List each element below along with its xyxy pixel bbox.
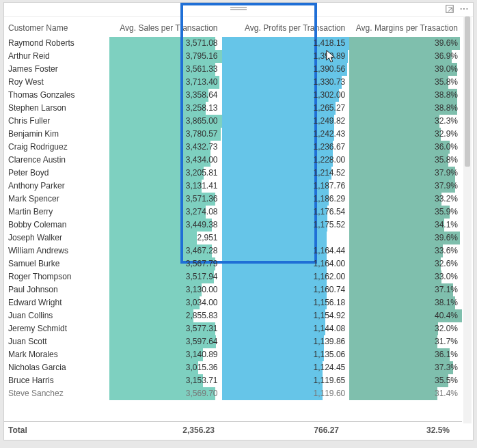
profits-cell: 1,302.00: [222, 89, 350, 102]
margins-cell: 36.0%: [349, 141, 462, 154]
customer-name-cell: Joseph Walker: [4, 232, 109, 244]
table-row[interactable]: Edward Wright3,034.001,156.1838.1%: [4, 296, 462, 309]
customer-name-cell: James Foster: [4, 63, 109, 76]
drag-grip-icon[interactable]: [230, 7, 247, 8]
profits-cell: 1,156.18: [222, 296, 350, 309]
table-row[interactable]: Arthur Reid3,795.161,399.8936.9%: [4, 50, 462, 63]
table-row[interactable]: Nicholas Garcia3,015.361,124.4537.3%: [4, 361, 462, 374]
table-row[interactable]: Roger Thompson3,517.941,162.0033.0%: [4, 270, 462, 283]
table-row[interactable]: James Foster3,561.331,390.5639.0%: [4, 63, 462, 76]
profits-cell: [222, 232, 350, 244]
total-margins: 32.5%: [343, 425, 454, 435]
sales-cell: 3,131.41: [109, 180, 222, 193]
sales-cell: 2,951: [109, 232, 222, 244]
table-row[interactable]: Juan Scott3,597.641,139.8631.7%: [4, 335, 462, 348]
customer-name-cell: William Andrews: [4, 244, 109, 257]
sales-cell: 3,130.00: [109, 283, 222, 296]
column-header-margins[interactable]: Avg. Margins per Trasaction: [349, 16, 462, 37]
margins-cell: 35.8%: [349, 154, 462, 167]
table-row[interactable]: Craig Rodriguez3,432.731,236.6736.0%: [4, 141, 462, 154]
sales-cell: 3,015.36: [109, 361, 222, 374]
table-row[interactable]: Raymond Roberts3,571.081,418.1539.6%: [4, 37, 462, 50]
profits-cell: 1,390.56: [222, 63, 350, 76]
table-row[interactable]: Peter Boyd3,205.811,214.5237.9%: [4, 167, 462, 180]
table-row[interactable]: William Andrews3,467.281,164.4433.6%: [4, 244, 462, 257]
sales-cell: 2,855.83: [109, 309, 222, 322]
customer-name-cell: Roy West: [4, 76, 109, 89]
column-header-sales[interactable]: Avg. Sales per Transaction: [109, 16, 222, 37]
table-row[interactable]: Clarence Austin3,434.001,228.0035.8%: [4, 154, 462, 167]
customer-name-cell: Edward Wright: [4, 296, 109, 309]
scroll-thumb[interactable]: [465, 16, 470, 167]
table-row[interactable]: Martin Berry3,274.081,176.5435.9%: [4, 206, 462, 219]
profits-cell: 1,228.00: [222, 154, 350, 167]
margins-cell: 40.4%: [349, 309, 462, 322]
table-row[interactable]: Chris Fuller3,865.001,249.8232.3%: [4, 115, 462, 128]
margins-cell: 36.9%: [349, 50, 462, 63]
table-visual: ··· Customer Name Avg. Sales per Transac…: [4, 3, 473, 440]
customer-name-cell: Bobby Coleman: [4, 219, 109, 232]
table-row[interactable]: Roy West3,713.401,330.7335.8%: [4, 76, 462, 89]
customer-name-cell: Roger Thompson: [4, 270, 109, 283]
table-row[interactable]: Paul Johnson3,130.001,160.7437.1%: [4, 283, 462, 296]
margins-cell: 35.9%: [349, 206, 462, 219]
margins-cell: 39.6%: [349, 232, 462, 244]
table-row[interactable]: Stephen Larson3,258.131,265.2738.8%: [4, 102, 462, 115]
margins-cell: 35.5%: [349, 374, 462, 387]
margins-cell: 31.4%: [349, 387, 462, 400]
sales-cell: 3,571.36: [109, 193, 222, 206]
table-row[interactable]: Anthony Parker3,131.411,187.7637.9%: [4, 180, 462, 193]
profits-cell: 1,187.76: [222, 180, 350, 193]
profits-cell: 1,236.67: [222, 141, 350, 154]
visual-header[interactable]: ···: [4, 3, 473, 17]
customer-name-cell: Raymond Roberts: [4, 37, 109, 50]
margins-cell: 32.0%: [349, 322, 462, 335]
customer-name-cell: Thomas Gonzales: [4, 89, 109, 102]
table-row[interactable]: Jeremy Schmidt3,577.311,144.0832.0%: [4, 322, 462, 335]
table-row[interactable]: Mark Spencer3,571.361,186.2933.2%: [4, 193, 462, 206]
margins-cell: 32.9%: [349, 128, 462, 141]
table-row[interactable]: Bruce Harris3,153.711,119.6535.5%: [4, 374, 462, 387]
table-row[interactable]: Joseph Walker2,95139.6%: [4, 232, 462, 244]
more-options-icon[interactable]: ···: [460, 4, 469, 16]
profits-cell: 1,164.44: [222, 244, 350, 257]
vertical-scrollbar[interactable]: [463, 16, 472, 423]
table-row[interactable]: Thomas Gonzales3,358.641,302.0038.8%: [4, 89, 462, 102]
table-row[interactable]: Steve Sanchez3,569.701,119.6031.4%: [4, 387, 462, 400]
table-row[interactable]: Mark Morales3,140.891,135.0636.1%: [4, 348, 462, 361]
customer-name-cell: Bruce Harris: [4, 374, 109, 387]
customer-name-cell: Nicholas Garcia: [4, 361, 109, 374]
sales-cell: 3,205.81: [109, 167, 222, 180]
customer-name-cell: Mark Morales: [4, 348, 109, 361]
table-row[interactable]: Bobby Coleman3,449.381,175.5234.1%: [4, 219, 462, 232]
margins-cell: 32.3%: [349, 115, 462, 128]
column-header-profits[interactable]: Avg. Profits per Transaction: [222, 16, 350, 37]
sales-cell: 3,258.13: [109, 102, 222, 115]
customer-name-cell: Anthony Parker: [4, 180, 109, 193]
customer-name-cell: Arthur Reid: [4, 50, 109, 63]
customer-name-cell: Stephen Larson: [4, 102, 109, 115]
focus-mode-icon[interactable]: [445, 4, 454, 16]
margins-cell: 38.8%: [349, 89, 462, 102]
sales-cell: 3,865.00: [109, 115, 222, 128]
table-header-row: Customer Name Avg. Sales per Transaction…: [4, 16, 462, 37]
customer-name-cell: Samuel Burke: [4, 257, 109, 270]
customer-name-cell: Peter Boyd: [4, 167, 109, 180]
margins-cell: 33.6%: [349, 244, 462, 257]
customer-name-cell: Steve Sanchez: [4, 387, 109, 400]
margins-cell: 38.1%: [349, 296, 462, 309]
customer-name-cell: Mark Spencer: [4, 193, 109, 206]
profits-cell: 1,186.29: [222, 193, 350, 206]
sales-cell: 3,467.28: [109, 244, 222, 257]
margins-cell: 31.7%: [349, 335, 462, 348]
total-profits: 766.27: [219, 425, 343, 435]
table-row[interactable]: Benjamin Kim3,780.571,242.4332.9%: [4, 128, 462, 141]
profits-cell: 1,399.89: [222, 50, 350, 63]
margins-cell: 39.0%: [349, 63, 462, 76]
profits-cell: 1,119.65: [222, 374, 350, 387]
column-header-name[interactable]: Customer Name: [4, 16, 109, 37]
customer-name-cell: Benjamin Kim: [4, 128, 109, 141]
margins-cell: 37.9%: [349, 180, 462, 193]
table-row[interactable]: Samuel Burke3,567.791,164.0032.6%: [4, 257, 462, 270]
table-row[interactable]: Juan Collins2,855.831,154.9240.4%: [4, 309, 462, 322]
